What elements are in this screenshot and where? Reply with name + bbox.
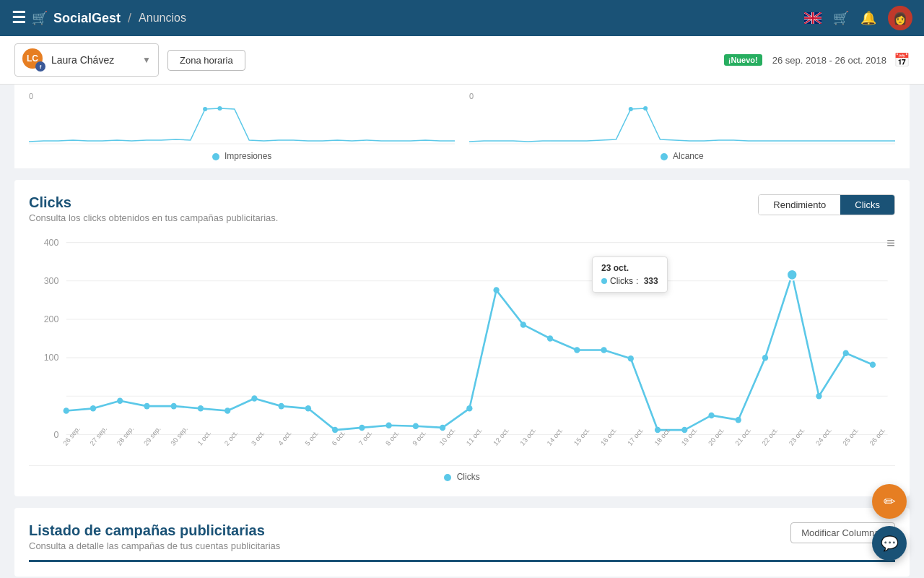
- alcance-legend-dot: [661, 153, 668, 160]
- language-flag-icon[interactable]: [804, 12, 821, 24]
- svg-point-21: [144, 403, 149, 410]
- impresiones-legend: Impresiones: [29, 151, 455, 161]
- clicks-toggle-button[interactable]: Clicks: [840, 195, 894, 215]
- svg-text:22 oct.: 22 oct.: [760, 426, 779, 447]
- svg-text:400: 400: [44, 238, 59, 248]
- facebook-badge-icon: f: [35, 61, 45, 72]
- svg-text:16 oct.: 16 oct.: [599, 426, 618, 447]
- svg-text:2 oct.: 2 oct.: [222, 429, 239, 447]
- svg-point-6: [643, 106, 648, 111]
- svg-point-45: [787, 269, 797, 280]
- main-wrapper: LC f Laura Chávez ▼ Zona horaria ¡Nuevo!…: [0, 36, 924, 578]
- brand-name: SocialGest: [53, 11, 121, 26]
- impresiones-legend-label: Impresiones: [225, 151, 271, 161]
- chart-menu-icon[interactable]: ≡: [886, 235, 895, 251]
- svg-text:25 oct.: 25 oct.: [841, 426, 860, 447]
- listado-section: Listado de campañas publicitarias Consul…: [14, 508, 910, 577]
- account-selector[interactable]: LC f Laura Chávez ▼: [14, 43, 159, 77]
- clicks-legend-label: Clicks: [457, 472, 480, 482]
- svg-text:27 sep.: 27 sep.: [88, 425, 108, 447]
- svg-point-33: [466, 405, 472, 412]
- svg-text:14 oct.: 14 oct.: [545, 426, 564, 447]
- alcance-chart-panel: 0 Alcance: [469, 92, 895, 161]
- svg-point-26: [279, 403, 284, 410]
- timezone-button[interactable]: Zona horaria: [167, 50, 245, 71]
- svg-point-47: [843, 350, 849, 357]
- svg-point-48: [870, 361, 876, 368]
- clicks-title-block: Clicks Consulta los clicks obtenidos en …: [29, 194, 758, 223]
- user-avatar[interactable]: 👩: [888, 6, 912, 30]
- svg-point-5: [629, 107, 633, 111]
- svg-text:29 sep.: 29 sep.: [142, 425, 162, 447]
- svg-text:24 oct.: 24 oct.: [814, 426, 833, 447]
- top-navigation: ☰ 🛒 SocialGest / Anuncios 🛒 🔔 👩: [0, 0, 924, 36]
- listado-title-block: Listado de campañas publicitarias Consul…: [29, 522, 790, 551]
- svg-point-46: [816, 393, 821, 400]
- table-bar: [29, 560, 895, 562]
- svg-text:17 oct.: 17 oct.: [626, 426, 645, 447]
- date-range-text: 26 sep. 2018 - 26 oct. 2018: [772, 55, 886, 66]
- brand-icon: 🛒: [32, 10, 48, 26]
- impresiones-chart-panel: 0 Impresiones: [29, 92, 455, 161]
- chat-icon: 💬: [881, 535, 899, 552]
- svg-text:5 oct.: 5 oct.: [303, 429, 320, 447]
- fab-edit-button[interactable]: ✏: [872, 484, 907, 519]
- listado-header: Listado de campañas publicitarias Consul…: [29, 522, 895, 551]
- svg-point-20: [117, 397, 123, 404]
- svg-text:4 oct.: 4 oct.: [276, 429, 293, 447]
- svg-point-37: [574, 347, 580, 353]
- svg-text:300: 300: [44, 276, 59, 286]
- alcance-legend: Alcance: [469, 151, 895, 161]
- notification-bell-icon[interactable]: 🔔: [860, 10, 876, 26]
- content-area: 0 Impresiones 0: [0, 85, 924, 578]
- svg-text:23 oct.: 23 oct.: [787, 426, 806, 447]
- svg-text:26 oct.: 26 oct.: [868, 426, 886, 447]
- nav-separator: /: [128, 11, 131, 26]
- svg-point-29: [359, 425, 365, 431]
- svg-text:7 oct.: 7 oct.: [357, 429, 374, 447]
- svg-point-19: [90, 405, 96, 412]
- svg-point-44: [762, 355, 768, 361]
- svg-point-18: [64, 407, 69, 414]
- svg-point-38: [601, 347, 606, 353]
- svg-point-35: [520, 322, 526, 328]
- svg-text:30 sep.: 30 sep.: [169, 425, 189, 447]
- clicks-section: Clicks Consulta los clicks obtenidos en …: [14, 180, 910, 496]
- mini-y-zero-right: 0: [469, 92, 895, 100]
- svg-text:21 oct.: 21 oct.: [733, 426, 752, 447]
- edit-icon: ✏: [884, 493, 896, 510]
- svg-point-2: [203, 107, 207, 111]
- svg-point-39: [628, 355, 634, 362]
- svg-text:3 oct.: 3 oct.: [250, 429, 266, 447]
- clicks-legend-dot-icon: [444, 474, 451, 481]
- impresiones-legend-dot: [212, 153, 219, 160]
- svg-text:12 oct.: 12 oct.: [492, 426, 510, 447]
- svg-text:20 oct.: 20 oct.: [707, 426, 725, 447]
- listado-title: Listado de campañas publicitarias: [29, 522, 790, 539]
- menu-hamburger-icon[interactable]: ☰: [12, 9, 26, 27]
- svg-text:26 sep.: 26 sep.: [61, 425, 82, 447]
- svg-text:100: 100: [44, 353, 59, 363]
- chevron-down-icon: ▼: [142, 55, 151, 65]
- svg-text:0: 0: [53, 430, 58, 440]
- svg-text:15 oct.: 15 oct.: [572, 426, 591, 447]
- svg-point-25: [251, 395, 257, 402]
- date-range: ¡Nuevo! 26 sep. 2018 - 26 oct. 2018 📅: [724, 52, 910, 68]
- svg-text:9 oct.: 9 oct.: [411, 429, 427, 447]
- alcance-mini-chart: [469, 102, 895, 145]
- mini-y-zero-left: 0: [29, 92, 455, 100]
- calendar-icon[interactable]: 📅: [894, 52, 910, 68]
- account-name-label: Laura Chávez: [51, 54, 136, 66]
- brand: ☰ 🛒 SocialGest: [12, 9, 121, 27]
- clicks-chart-legend: Clicks: [29, 472, 895, 482]
- clicks-section-header: Clicks Consulta los clicks obtenidos en …: [29, 194, 895, 223]
- nav-right-actions: 🛒 🔔 👩: [804, 6, 912, 30]
- subheader: LC f Laura Chávez ▼ Zona horaria ¡Nuevo!…: [0, 36, 924, 85]
- svg-point-34: [493, 287, 499, 293]
- svg-text:11 oct.: 11 oct.: [465, 426, 484, 447]
- cart-icon[interactable]: 🛒: [833, 10, 849, 26]
- clicks-subtitle: Consulta los clicks obtenidos en tus cam…: [29, 212, 758, 223]
- rendimiento-toggle-button[interactable]: Rendimiento: [759, 195, 840, 215]
- fab-chat-button[interactable]: 💬: [872, 526, 907, 561]
- svg-point-36: [547, 335, 553, 342]
